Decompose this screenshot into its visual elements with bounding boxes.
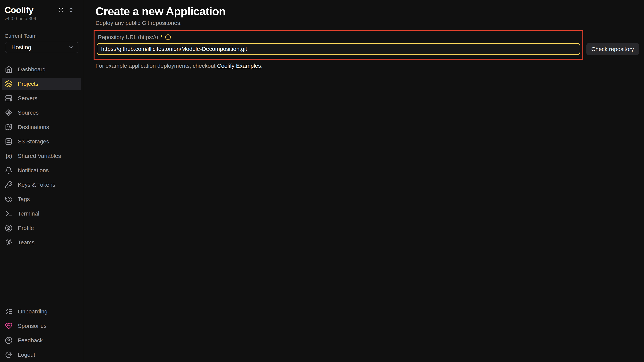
sidebar-item-terminal[interactable]: Terminal <box>2 208 81 220</box>
sidebar-item-dashboard-label: Dashboard <box>18 66 46 73</box>
sidebar-item-notifications[interactable]: Notifications <box>2 164 81 176</box>
sidebar-item-dashboard[interactable]: Dashboard <box>2 63 81 76</box>
chevrons-up-down-icon[interactable] <box>68 7 74 13</box>
list-checks-icon <box>5 308 12 315</box>
sidebar-item-teams[interactable]: Teams <box>2 236 81 249</box>
sun-icon[interactable] <box>58 7 64 14</box>
sidebar-item-onboarding-label: Onboarding <box>18 308 48 315</box>
examples-hint-text: For example application deployments, che… <box>96 63 217 69</box>
user-circle-icon <box>5 224 12 232</box>
sidebar-item-sponsor-us[interactable]: Sponsor us <box>2 320 81 332</box>
key-icon <box>5 181 12 189</box>
help-circle-icon <box>5 336 12 344</box>
chevron-down-icon <box>68 44 74 51</box>
sidebar-item-shared-variables-label: Shared Variables <box>18 153 61 159</box>
server-icon <box>5 94 12 102</box>
sidebar-item-servers[interactable]: Servers <box>2 92 81 104</box>
check-repository-button[interactable]: Check repository <box>586 43 639 55</box>
sidebar-item-logout[interactable]: Logout <box>2 349 81 361</box>
tag-icon <box>5 196 12 203</box>
page-title: Create a new Application <box>96 5 644 18</box>
map-icon <box>5 123 12 131</box>
info-icon[interactable] <box>165 34 171 40</box>
sidebar-item-tags[interactable]: Tags <box>2 193 81 205</box>
sidebar-item-s3-storages[interactable]: S3 Storages <box>2 135 81 148</box>
variables-icon: (x) <box>5 153 12 159</box>
sidebar-item-profile-label: Profile <box>18 225 34 231</box>
repository-url-input[interactable] <box>97 43 580 55</box>
users-icon <box>5 239 12 246</box>
sidebar-item-notifications-label: Notifications <box>18 167 49 173</box>
app-version: v4.0.0-beta.399 <box>0 16 83 21</box>
sidebar-item-tags-label: Tags <box>18 196 30 203</box>
sidebar-item-keys-tokens-label: Keys & Tokens <box>18 182 55 188</box>
page-subtitle: Deploy any public Git repositories. <box>96 20 644 26</box>
sidebar-nav: DashboardProjectsServersSourcesDestinati… <box>0 63 83 249</box>
sidebar-item-profile[interactable]: Profile <box>2 222 81 234</box>
required-marker: * <box>160 34 163 40</box>
sidebar-item-s3-storages-label: S3 Storages <box>18 138 49 145</box>
sidebar-bottom-nav: OnboardingSponsor usFeedbackLogout <box>0 305 83 361</box>
sidebar-item-projects[interactable]: Projects <box>2 78 81 90</box>
coolify-examples-link[interactable]: Coolify Examples <box>217 63 261 69</box>
sidebar-item-feedback[interactable]: Feedback <box>2 334 81 346</box>
team-selector[interactable]: Hosting <box>5 42 78 53</box>
sidebar-item-feedback-label: Feedback <box>18 337 43 343</box>
database-icon <box>5 138 12 145</box>
sidebar-item-sponsor-us-label: Sponsor us <box>18 323 46 329</box>
terminal-icon <box>5 210 12 218</box>
layers-icon <box>5 80 12 88</box>
git-source-icon <box>5 109 12 116</box>
sidebar-item-projects-label: Projects <box>18 81 38 87</box>
main-content: Create a new Application Deploy any publ… <box>84 0 644 362</box>
sidebar-item-onboarding[interactable]: Onboarding <box>2 305 81 318</box>
annotation-highlight-box: Repository URL (https://) * <box>94 30 584 60</box>
sidebar-item-sources[interactable]: Sources <box>2 107 81 119</box>
sidebar-item-destinations[interactable]: Destinations <box>2 121 81 133</box>
sidebar-item-keys-tokens[interactable]: Keys & Tokens <box>2 179 81 191</box>
sidebar-item-terminal-label: Terminal <box>18 210 39 217</box>
sidebar-item-teams-label: Teams <box>18 239 34 246</box>
sidebar-item-shared-variables[interactable]: (x)Shared Variables <box>2 150 81 162</box>
sidebar-item-sources-label: Sources <box>18 109 39 116</box>
logout-icon <box>5 351 12 358</box>
bell-icon <box>5 166 12 174</box>
app-logo: Coolify <box>4 5 33 15</box>
home-icon <box>5 66 12 73</box>
examples-hint: For example application deployments, che… <box>96 63 644 69</box>
sidebar-item-servers-label: Servers <box>18 95 37 101</box>
repository-form-row: Repository URL (https://) * Check reposi… <box>94 30 644 60</box>
current-team-label: Current Team <box>0 33 83 39</box>
sidebar-header: Coolify <box>0 5 83 15</box>
team-selector-value: Hosting <box>11 44 31 51</box>
sidebar: Coolify v4.0.0-beta.399 Current Team Hos… <box>0 0 83 362</box>
sidebar-item-logout-label: Logout <box>18 351 35 358</box>
repository-url-label: Repository URL (https://) <box>98 34 158 40</box>
sidebar-item-destinations-label: Destinations <box>18 124 49 130</box>
heart-handshake-icon <box>5 322 12 330</box>
